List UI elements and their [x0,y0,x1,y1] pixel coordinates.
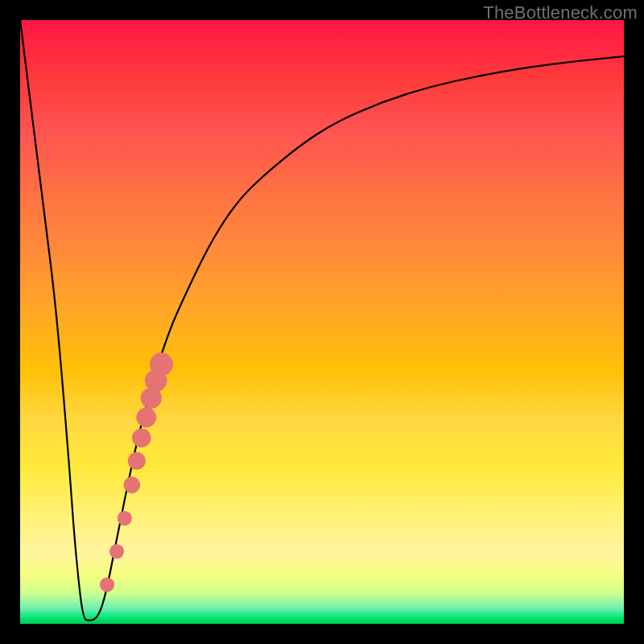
watermark-text: TheBottleneck.com [483,2,638,23]
highlight-dots [100,353,173,592]
chart-frame: TheBottleneck.com [0,0,644,644]
chart-svg [20,20,624,624]
dot [100,577,114,592]
dot [136,407,156,427]
dot [132,428,151,448]
dot [128,452,146,469]
dot [109,544,124,559]
dot [150,353,173,376]
dot [118,511,132,526]
plot-area [20,20,624,624]
bottleneck-curve [20,20,624,621]
dot [123,477,140,493]
